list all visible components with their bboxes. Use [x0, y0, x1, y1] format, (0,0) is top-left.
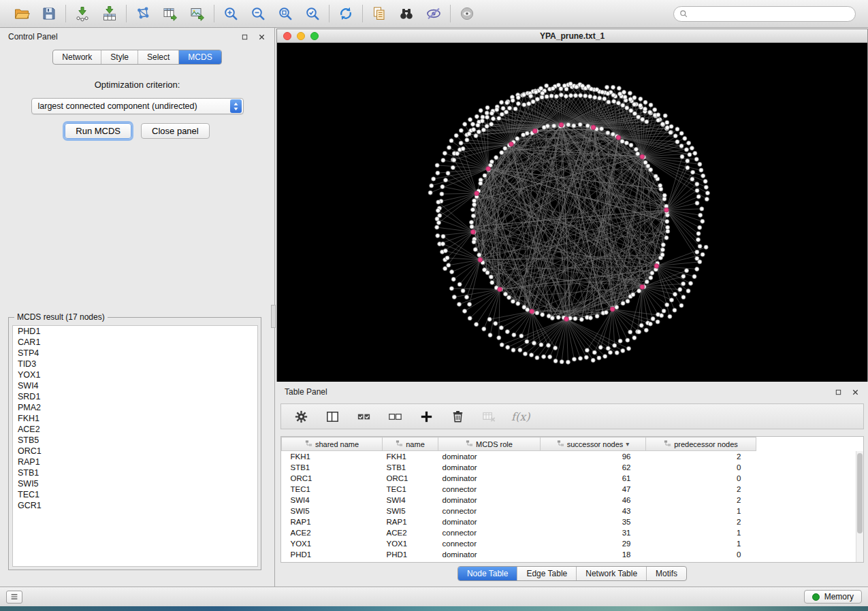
mcds-result-item[interactable]: STP4 — [13, 348, 257, 359]
export-table-icon[interactable] — [161, 4, 180, 23]
mcds-result-item[interactable]: TEC1 — [13, 489, 257, 500]
table-cell: dominator — [438, 473, 541, 484]
attribute-icon — [557, 440, 564, 448]
mcds-result-item[interactable]: RAP1 — [13, 457, 257, 467]
table-row[interactable]: ORC1ORC1dominator610 — [282, 473, 756, 484]
panel-splitter-handle[interactable] — [271, 305, 276, 328]
table-tab-edge-table[interactable]: Edge Table — [517, 567, 577, 580]
unselect-all-icon[interactable] — [386, 408, 404, 425]
task-history-button[interactable] — [6, 591, 22, 604]
window-minimize-icon[interactable] — [297, 32, 305, 40]
table-tab-network-table[interactable]: Network Table — [577, 567, 647, 580]
table-tabs: Node TableEdge TableNetwork TableMotifs — [457, 566, 687, 581]
table-row[interactable]: ACE2ACE2connector311 — [282, 527, 756, 538]
optimization-criterion-label: Optimization criterion: — [0, 80, 274, 90]
column-header-successor-nodes[interactable]: successor nodes▾ — [541, 437, 646, 451]
column-label: MCDS role — [476, 440, 513, 448]
gear-icon[interactable] — [292, 408, 310, 425]
window-zoom-icon[interactable] — [310, 32, 319, 40]
table-cell: STB1 — [383, 462, 438, 473]
mcds-result-item[interactable]: TID3 — [13, 359, 257, 369]
mcds-result-item[interactable]: GCR1 — [13, 500, 257, 511]
table-row[interactable]: SWI4SWI4dominator462 — [282, 495, 756, 506]
table-scrollbar[interactable] — [856, 451, 863, 562]
tab-network[interactable]: Network — [53, 50, 101, 64]
mcds-result-item[interactable]: ACE2 — [13, 424, 257, 435]
mcds-result-item[interactable]: CAR1 — [13, 337, 257, 348]
column-header-predecessor-nodes[interactable]: predecessor nodes — [646, 437, 756, 451]
table-row[interactable]: FKH1FKH1dominator962 — [282, 451, 756, 462]
table-tab-node-table[interactable]: Node Table — [458, 567, 518, 580]
table-row[interactable]: STB1STB1dominator620 — [282, 462, 756, 473]
table-cell: 1 — [646, 538, 756, 549]
mcds-result-item[interactable]: YOX1 — [13, 369, 257, 380]
mcds-result-item[interactable]: ORC1 — [13, 446, 257, 457]
new-network-icon[interactable] — [133, 4, 152, 23]
mcds-result-title: MCDS result (17 nodes) — [14, 312, 108, 322]
zoom-fit-icon[interactable] — [276, 4, 295, 23]
zoom-out-icon[interactable] — [248, 4, 268, 23]
delete-table-icon[interactable] — [480, 408, 498, 425]
table-cell: 2 — [646, 484, 756, 495]
columns-icon[interactable] — [323, 408, 341, 425]
table-row[interactable]: YOX1YOX1connector291 — [282, 538, 756, 549]
tab-style[interactable]: Style — [101, 50, 138, 64]
table-row[interactable]: SWI5SWI5connector431 — [282, 506, 756, 516]
function-builder-button[interactable]: f(x) — [511, 410, 530, 423]
close-panel-icon[interactable] — [257, 33, 266, 42]
network-window-titlebar[interactable]: YPA_prune.txt_1 — [277, 29, 867, 43]
export-image-icon[interactable] — [188, 4, 207, 23]
memory-button[interactable]: Memory — [804, 590, 862, 604]
criterion-dropdown[interactable]: largest connected component (undirected) — [31, 98, 244, 114]
close-panel-button[interactable]: Close panel — [141, 123, 210, 139]
copy-document-icon[interactable] — [370, 4, 389, 23]
close-table-panel-icon[interactable] — [851, 388, 860, 397]
open-folder-icon[interactable] — [12, 4, 31, 23]
mcds-result-item[interactable]: SWI4 — [13, 380, 257, 391]
table-cell: connector — [438, 484, 541, 495]
float-table-panel-icon[interactable] — [834, 388, 843, 397]
search-input[interactable] — [673, 6, 856, 22]
tab-mcds[interactable]: MCDS — [179, 50, 221, 64]
table-scrollbar-thumb[interactable] — [857, 453, 863, 533]
zoom-in-icon[interactable] — [221, 4, 240, 23]
mcds-result-item[interactable]: PHD1 — [13, 326, 257, 337]
select-all-icon[interactable] — [355, 408, 372, 425]
column-header-name[interactable]: name — [383, 437, 438, 451]
add-icon[interactable] — [417, 408, 435, 425]
mcds-result-item[interactable]: PMA2 — [13, 402, 257, 413]
tab-select[interactable]: Select — [138, 50, 179, 64]
preview-eye-icon[interactable] — [457, 4, 477, 23]
table-row[interactable]: PHD1PHD1dominator180 — [282, 549, 756, 560]
table-toolbar-icons — [292, 408, 498, 425]
column-header-MCDS-role[interactable]: MCDS role — [438, 437, 541, 451]
save-icon[interactable] — [39, 4, 59, 23]
mcds-result-item[interactable]: STB1 — [13, 467, 257, 478]
table-cell: 2 — [646, 451, 756, 462]
run-mcds-button[interactable]: Run MCDS — [65, 123, 131, 139]
table-cell: RAP1 — [383, 516, 438, 527]
table-row[interactable]: RAP1RAP1dominator352 — [282, 516, 756, 527]
refresh-icon[interactable] — [336, 4, 355, 23]
table-row[interactable]: TEC1TEC1connector472 — [282, 484, 756, 495]
network-canvas[interactable] — [277, 44, 867, 382]
node-table: shared namenameMCDS rolesuccessor nodes▾… — [280, 436, 864, 563]
table-cell: RAP1 — [282, 516, 383, 527]
float-panel-icon[interactable] — [240, 33, 249, 42]
hide-graphics-icon[interactable] — [424, 4, 443, 23]
binoculars-icon[interactable] — [397, 4, 416, 23]
zoom-selected-icon[interactable] — [303, 4, 322, 23]
mcds-result-item[interactable]: SRD1 — [13, 391, 257, 402]
trash-icon[interactable] — [449, 408, 466, 425]
table-tab-motifs[interactable]: Motifs — [647, 567, 686, 580]
mcds-result-item[interactable]: SWI5 — [13, 478, 257, 489]
mcds-result-list: PHD1CAR1STP4TID3YOX1SWI4SRD1PMA2FKH1ACE2… — [12, 325, 258, 567]
mcds-result-item[interactable]: STB5 — [13, 435, 257, 446]
import-network-icon[interactable] — [73, 4, 92, 23]
window-close-icon[interactable] — [283, 32, 291, 40]
mcds-result-item[interactable]: FKH1 — [13, 413, 257, 424]
column-header-shared-name[interactable]: shared name — [282, 437, 383, 451]
table-cell: 2 — [646, 495, 756, 506]
table-cell: ORC1 — [282, 473, 383, 484]
import-table-icon[interactable] — [100, 4, 119, 23]
